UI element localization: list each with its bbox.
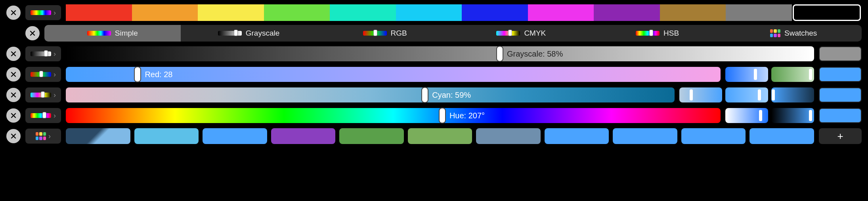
- mini-slider[interactable]: [725, 87, 768, 102]
- chevron-right-icon: ›: [54, 50, 56, 58]
- cmyk-icon: [496, 31, 520, 36]
- saved-swatch[interactable]: [613, 128, 677, 144]
- saved-swatch[interactable]: [271, 128, 336, 144]
- rgb-red-slider[interactable]: Red: 28: [66, 67, 721, 82]
- simple-swatch[interactable]: [793, 4, 861, 21]
- color-mode-button-simple[interactable]: ›: [25, 5, 61, 20]
- chevron-right-icon: ›: [54, 112, 56, 120]
- grayscale-icon: [31, 51, 51, 56]
- chevron-right-icon: ›: [54, 70, 56, 79]
- cmyk-icon: [31, 93, 51, 97]
- color-mode-button-hsb[interactable]: ›: [25, 108, 61, 123]
- simple-swatch[interactable]: [264, 4, 330, 21]
- cmyk-cyan-slider[interactable]: Cyan: 59%: [66, 87, 675, 102]
- saved-swatch[interactable]: [681, 128, 746, 144]
- rgb-secondary-sliders: [725, 67, 814, 82]
- saved-swatches: [66, 128, 814, 144]
- slider-value-label: Red: 28: [145, 70, 172, 79]
- simple-swatch[interactable]: [66, 4, 132, 21]
- tab-swatches[interactable]: Swatches: [725, 25, 862, 42]
- close-icon[interactable]: [6, 129, 21, 143]
- saved-swatch[interactable]: [339, 128, 404, 144]
- saved-swatch[interactable]: [134, 128, 199, 144]
- tab-label: Swatches: [784, 29, 817, 38]
- tab-label: Simple: [115, 29, 138, 38]
- color-mode-button-cmyk[interactable]: ›: [25, 87, 61, 102]
- close-icon[interactable]: [25, 26, 40, 40]
- rgb-icon: [363, 31, 387, 36]
- tab-rgb[interactable]: RGB: [317, 25, 453, 42]
- color-mode-button-swatches[interactable]: ›: [25, 129, 61, 144]
- close-icon[interactable]: [6, 88, 21, 102]
- rainbow-icon: [31, 10, 51, 15]
- hsb-icon: [31, 113, 51, 118]
- swatches-icon: [36, 132, 46, 140]
- mini-slider[interactable]: [771, 108, 814, 123]
- saved-swatch[interactable]: [545, 128, 609, 144]
- color-mode-tabs: Simple Grayscale RGB CMYK: [44, 25, 862, 42]
- hsb-hue-slider[interactable]: Hue: 207°: [66, 108, 721, 123]
- touchbar-row-simple: ›: [0, 3, 868, 22]
- hsb-icon: [636, 31, 660, 36]
- color-preview: [819, 46, 862, 61]
- mini-slider[interactable]: [679, 87, 722, 102]
- close-icon[interactable]: [6, 47, 21, 61]
- slider-value-label: Hue: 207°: [449, 111, 485, 120]
- chevron-right-icon: ›: [54, 9, 56, 17]
- tab-hsb[interactable]: HSB: [589, 25, 726, 42]
- simple-swatch[interactable]: [594, 4, 660, 21]
- simple-swatch[interactable]: [726, 4, 792, 21]
- color-preview: [819, 67, 862, 82]
- touchbar-row-hsb: › Hue: 207°: [0, 106, 868, 125]
- tab-label: RGB: [391, 29, 407, 38]
- chevron-right-icon: ›: [54, 91, 56, 99]
- mini-slider[interactable]: [771, 67, 814, 82]
- grayscale-icon: [218, 31, 242, 36]
- saved-swatch[interactable]: [408, 128, 472, 144]
- simple-swatch[interactable]: [330, 4, 396, 21]
- plus-icon: +: [837, 130, 843, 142]
- touchbar-row-cmyk: › Cyan: 59%: [0, 85, 868, 104]
- color-mode-button-grayscale[interactable]: ›: [25, 46, 61, 61]
- simple-swatch[interactable]: [396, 4, 462, 21]
- saved-swatch[interactable]: [203, 128, 267, 144]
- hsb-secondary-sliders: [725, 108, 814, 123]
- tab-simple[interactable]: Simple: [44, 25, 181, 42]
- tab-label: HSB: [663, 29, 679, 38]
- tab-cmyk[interactable]: CMYK: [453, 25, 589, 42]
- touchbar-row-grayscale: › Grayscale: 58%: [0, 44, 868, 63]
- grayscale-slider[interactable]: Grayscale: 58%: [66, 46, 814, 61]
- color-preview: [819, 87, 862, 102]
- chevron-right-icon: ›: [48, 132, 51, 140]
- simple-color-swatches: [66, 4, 862, 21]
- color-mode-button-rgb[interactable]: ›: [25, 67, 61, 82]
- tab-label: Grayscale: [246, 29, 280, 38]
- touchbar-row-tabs: Simple Grayscale RGB CMYK: [0, 24, 868, 43]
- rainbow-icon: [87, 31, 111, 36]
- add-swatch-button[interactable]: +: [819, 128, 862, 144]
- color-preview: [819, 108, 862, 123]
- tab-grayscale[interactable]: Grayscale: [181, 25, 317, 42]
- simple-swatch[interactable]: [132, 4, 198, 21]
- close-icon[interactable]: [6, 108, 21, 123]
- rgb-icon: [31, 72, 51, 77]
- saved-swatch[interactable]: [749, 128, 814, 144]
- cmyk-secondary-sliders: [679, 87, 814, 102]
- simple-swatch[interactable]: [528, 4, 594, 21]
- saved-swatch[interactable]: [66, 128, 130, 144]
- close-icon[interactable]: [6, 6, 21, 20]
- simple-swatch[interactable]: [660, 4, 726, 21]
- touchbar-row-swatches: › +: [0, 127, 868, 146]
- simple-swatch[interactable]: [462, 4, 528, 21]
- swatches-icon: [770, 29, 780, 37]
- touchbar-row-rgb: › Red: 28: [0, 65, 868, 84]
- mini-slider[interactable]: [771, 87, 814, 102]
- tab-label: CMYK: [524, 29, 546, 38]
- mini-slider[interactable]: [725, 108, 768, 123]
- close-icon[interactable]: [6, 67, 21, 82]
- slider-value-label: Grayscale: 58%: [507, 49, 563, 59]
- simple-swatch[interactable]: [198, 4, 264, 21]
- slider-value-label: Cyan: 59%: [432, 91, 471, 100]
- saved-swatch[interactable]: [476, 128, 541, 144]
- mini-slider[interactable]: [725, 67, 768, 82]
